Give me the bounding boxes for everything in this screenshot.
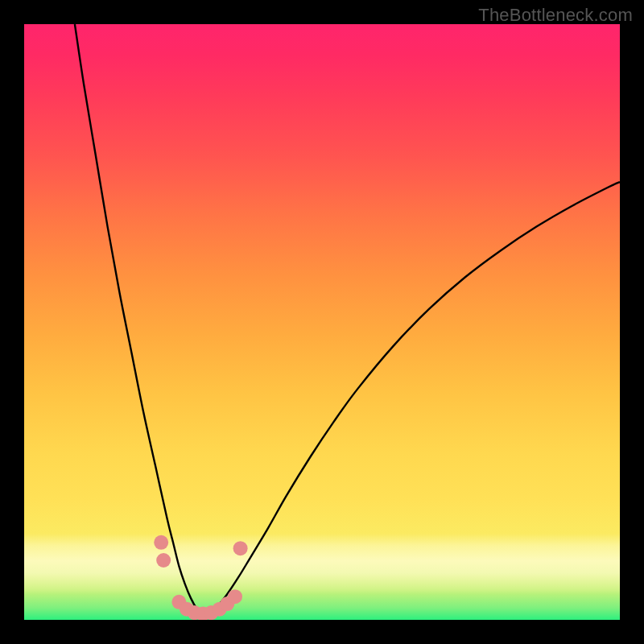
marker-dot <box>171 595 186 609</box>
marker-dot <box>180 602 194 617</box>
pale-band <box>24 534 620 594</box>
curve-right-path <box>203 182 620 617</box>
marker-dot <box>154 535 168 550</box>
chart-frame: TheBottleneck.com <box>0 0 644 644</box>
marker-dot <box>220 597 234 611</box>
marker-dot <box>188 605 202 620</box>
plot-area <box>24 24 620 620</box>
marker-dot <box>213 602 227 617</box>
marker-dot <box>228 589 242 604</box>
marker-group <box>154 535 247 620</box>
marker-dot <box>156 553 171 568</box>
marker-dot <box>233 541 248 555</box>
marker-dot <box>204 605 218 620</box>
curve-left-path <box>75 24 203 617</box>
watermark-text: TheBottleneck.com <box>478 5 633 26</box>
marker-dot <box>196 607 210 620</box>
curves-svg <box>24 24 620 620</box>
